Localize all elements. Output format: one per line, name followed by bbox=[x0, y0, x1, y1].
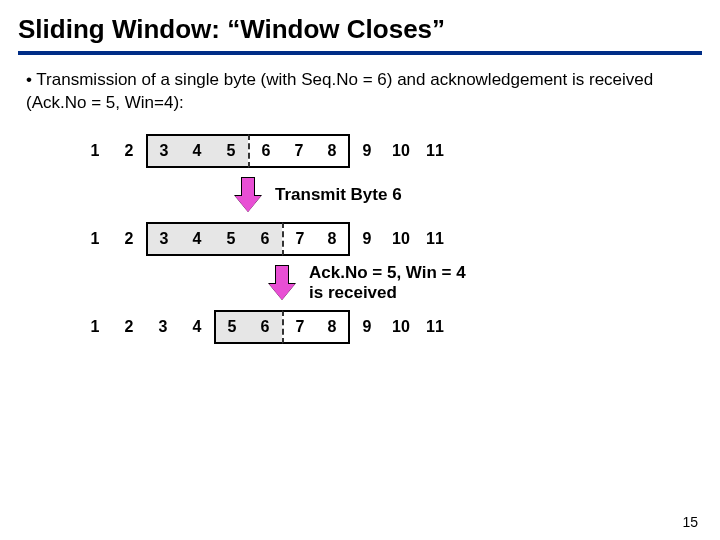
seq-cell: 1 bbox=[78, 310, 112, 344]
seq-cell: 11 bbox=[418, 310, 452, 344]
bullet-text: • Transmission of a single byte (with Se… bbox=[26, 69, 694, 115]
caption-transmit: Transmit Byte 6 bbox=[275, 185, 402, 205]
seq-cell: 4 bbox=[180, 222, 214, 256]
seq-cell: 1 bbox=[78, 222, 112, 256]
seq-cell: 3 bbox=[146, 310, 180, 344]
seq-cell: 6 bbox=[248, 310, 282, 344]
slide-title: Sliding Window: “Window Closes” bbox=[18, 14, 702, 45]
seq-cell: 7 bbox=[282, 222, 316, 256]
seq-cell: 4 bbox=[180, 310, 214, 344]
seq-cell: 5 bbox=[214, 310, 248, 344]
sliding-window-diagram: 1234567891011 Transmit Byte 6 1234567891… bbox=[78, 133, 702, 345]
seq-cell: 2 bbox=[112, 222, 146, 256]
seq-cell: 11 bbox=[418, 134, 452, 168]
title-divider bbox=[18, 51, 702, 55]
seq-cell: 9 bbox=[350, 310, 384, 344]
seq-cell: 4 bbox=[180, 134, 214, 168]
seq-cell: 5 bbox=[214, 134, 248, 168]
seq-cell: 3 bbox=[146, 134, 180, 168]
seq-cell: 2 bbox=[112, 310, 146, 344]
seq-cell: 10 bbox=[384, 310, 418, 344]
caption-ack: Ack.No = 5, Win = 4 is received bbox=[309, 263, 466, 302]
window-state-row-3: 1234567891011 bbox=[78, 309, 702, 345]
window-state-row-1: 1234567891011 bbox=[78, 133, 702, 169]
seq-cell: 8 bbox=[316, 310, 350, 344]
arrow-row-2: Ack.No = 5, Win = 4 is received bbox=[78, 263, 702, 303]
title-sub: “Window Closes” bbox=[227, 14, 445, 44]
seq-cell: 9 bbox=[350, 134, 384, 168]
down-arrow-icon bbox=[235, 175, 261, 215]
seq-cell: 3 bbox=[146, 222, 180, 256]
seq-cell: 6 bbox=[248, 222, 282, 256]
seq-cell: 2 bbox=[112, 134, 146, 168]
seq-cell: 6 bbox=[248, 134, 282, 168]
seq-cell: 8 bbox=[316, 134, 350, 168]
seq-cell: 10 bbox=[384, 134, 418, 168]
arrow-row-1: Transmit Byte 6 bbox=[78, 175, 702, 215]
page-number: 15 bbox=[682, 514, 698, 530]
seq-cell: 5 bbox=[214, 222, 248, 256]
seq-cell: 7 bbox=[282, 134, 316, 168]
seq-cell: 10 bbox=[384, 222, 418, 256]
down-arrow-icon bbox=[269, 263, 295, 303]
seq-cell: 8 bbox=[316, 222, 350, 256]
seq-cell: 11 bbox=[418, 222, 452, 256]
seq-cell: 9 bbox=[350, 222, 384, 256]
title-main: Sliding Window: bbox=[18, 14, 220, 44]
window-state-row-2: 1234567891011 bbox=[78, 221, 702, 257]
seq-cell: 1 bbox=[78, 134, 112, 168]
seq-cell: 7 bbox=[282, 310, 316, 344]
